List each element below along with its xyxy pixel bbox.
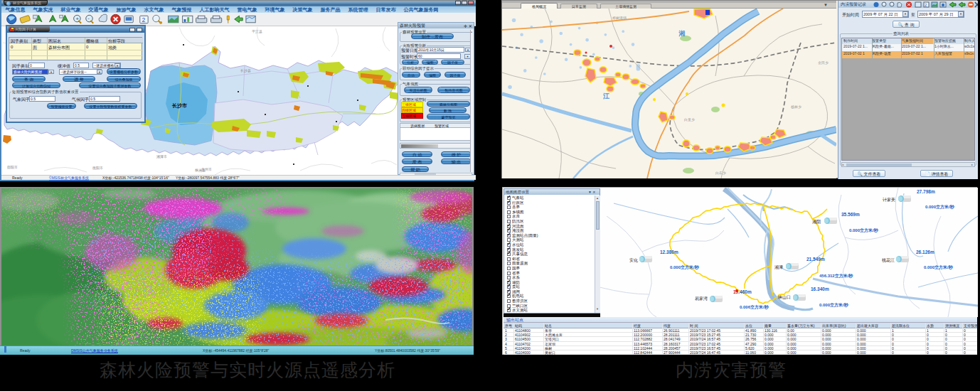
svg-text:湘阴: 湘阴 (812, 220, 821, 225)
svg-text:湘: 湘 (678, 30, 685, 37)
svg-text:杨林乡: 杨林乡 (790, 105, 801, 109)
svg-text:江: 江 (602, 92, 609, 100)
svg-text:峡山口: 峡山口 (778, 295, 791, 300)
svg-text:35.569m: 35.569m (841, 212, 860, 217)
svg-text:平江县: 平江县 (252, 29, 262, 34)
svg-text:0.006立方米/秒: 0.006立方米/秒 (740, 304, 769, 310)
svg-text:白石乡: 白石乡 (715, 171, 726, 176)
svg-text:计家美: 计家美 (883, 197, 895, 202)
svg-text:樟树港镇: 樟树港镇 (612, 16, 627, 21)
svg-text:湘潭市: 湘潭市 (156, 154, 167, 159)
svg-text:桃花江: 桃花江 (882, 258, 895, 263)
svg-text:2: 2 (142, 16, 146, 23)
svg-text:27.798m: 27.798m (917, 189, 935, 194)
svg-text:安化: 安化 (629, 257, 638, 263)
svg-text:金田乡: 金田乡 (818, 60, 829, 65)
svg-text:0.000立方米/秒: 0.000立方米/秒 (925, 204, 955, 210)
svg-text:白泉乡: 白泉乡 (684, 117, 695, 122)
svg-text:邵阳市: 邵阳市 (7, 165, 18, 170)
svg-text:16.340m: 16.340m (811, 286, 829, 291)
svg-text:衡阳市: 衡阳市 (92, 166, 103, 171)
svg-text:0.000立方米/秒: 0.000立方米/秒 (670, 264, 700, 270)
svg-text:易家湾: 易家湾 (695, 296, 708, 301)
svg-text:456.312立方米/秒: 456.312立方米/秒 (819, 273, 853, 279)
svg-text:12.380m: 12.380m (660, 250, 678, 255)
svg-text:永州市: 永州市 (201, 167, 212, 171)
svg-text:0.000立方米/秒: 0.000立方米/秒 (819, 302, 849, 308)
svg-text:21.549m: 21.549m (806, 257, 825, 262)
svg-text:湘潭: 湘潭 (774, 264, 783, 270)
svg-text:-: - (88, 16, 90, 21)
svg-text:26.126m: 26.126m (916, 250, 934, 255)
svg-text:长沙县: 长沙县 (240, 68, 251, 73)
svg-text:0.000立方米/秒: 0.000立方米/秒 (924, 264, 954, 270)
svg-text:长沙市: 长沙市 (171, 102, 187, 109)
svg-text:0.000立方米/秒: 0.000立方米/秒 (849, 227, 879, 233)
